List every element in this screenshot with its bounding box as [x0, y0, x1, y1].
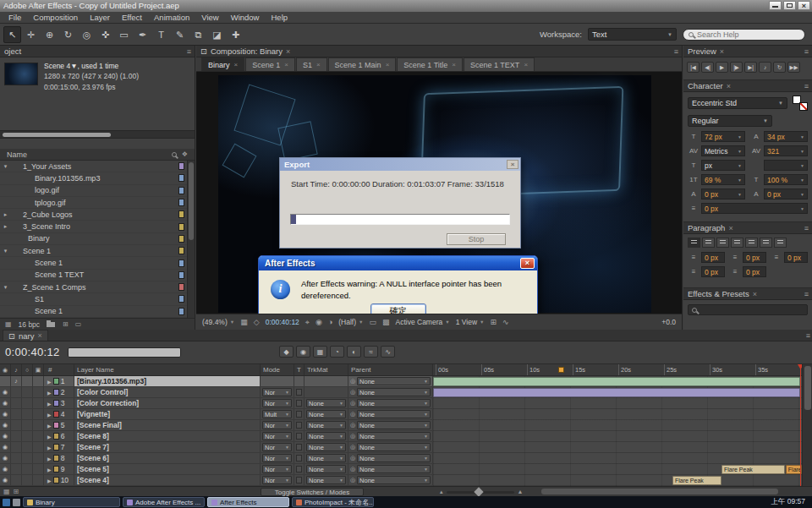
menu-item[interactable]: Help [265, 13, 294, 22]
layer-name[interactable]: [Vignette] [74, 409, 261, 419]
layer-duration-bar[interactable] [433, 388, 800, 397]
project-item-row[interactable]: logo.gif [0, 185, 187, 197]
composition-tab[interactable]: Scene 1 Main × [328, 57, 397, 71]
preview-transport-button[interactable]: ♪ [759, 62, 771, 73]
scrollbar-thumb[interactable] [804, 366, 811, 410]
exposure-value[interactable]: +0.0 [661, 318, 676, 326]
menu-item[interactable]: File [3, 13, 27, 22]
close-icon[interactable]: × [507, 160, 518, 169]
expander-icon[interactable]: ▶ [47, 401, 52, 407]
composition-panel-header[interactable]: ⊡ Composition: Binary × ≡ [196, 46, 682, 57]
field-value[interactable]: px [701, 160, 745, 171]
video-toggle[interactable]: ◉ [0, 420, 11, 430]
character-field[interactable]: T 100 % [750, 174, 808, 185]
timeline-toolbar-icon[interactable]: ▦ [313, 346, 327, 358]
solo-toggle[interactable] [22, 431, 33, 441]
align-left-button[interactable] [688, 238, 700, 248]
field-value[interactable]: 0 px [701, 188, 745, 199]
project-vertical-scrollbar[interactable] [187, 161, 195, 318]
justify-last-right-button[interactable] [760, 238, 772, 248]
field-value[interactable]: 0 px [743, 266, 766, 277]
timeline-ruler[interactable]: 00s05s10s15s20s25s30s35s [433, 364, 802, 376]
lock-toggle[interactable] [33, 398, 44, 408]
tool-button-icon[interactable]: ▭ [115, 26, 133, 43]
menu-item[interactable]: Animation [148, 13, 195, 22]
expander-icon[interactable]: ▶ [47, 423, 52, 429]
zoom-slider[interactable] [447, 491, 514, 494]
timeline-toolbar-icon[interactable]: ◉ [296, 346, 310, 358]
track-matte-dropdown[interactable]: None [306, 399, 346, 407]
parent-dropdown[interactable]: None [357, 465, 431, 473]
layer-name[interactable]: [Scene 6] [74, 453, 261, 463]
timeline-tracks-area[interactable]: Flare PeakFlareFlare Peak [433, 376, 802, 486]
delete-icon[interactable]: ▭ [75, 320, 82, 328]
layer-color-chip[interactable] [53, 378, 59, 385]
parent-dropdown[interactable]: None [357, 388, 431, 396]
pixel-aspect-icon[interactable]: ⊞ [491, 318, 497, 326]
snapshot-icon[interactable]: ⌖ [305, 318, 310, 327]
panel-menu-icon[interactable]: ≡ [806, 331, 809, 340]
expander-icon[interactable]: ▶ [47, 445, 52, 451]
field-value[interactable]: 100 % [764, 174, 808, 185]
quick-launch-icon[interactable] [3, 499, 10, 506]
preview-transport-button[interactable]: ▶| [744, 62, 757, 73]
menu-item[interactable]: Effect [116, 13, 148, 22]
project-bit-depth[interactable]: 16 bpc [19, 320, 41, 329]
twisty-icon[interactable]: ▸ [2, 211, 9, 218]
close-icon[interactable]: × [720, 47, 724, 56]
paragraph-field[interactable]: ≡ 0 px [688, 252, 725, 263]
project-name-column-header[interactable]: Name ❖ [0, 149, 195, 161]
expander-icon[interactable]: ▶ [47, 434, 52, 440]
composition-tab[interactable]: Scene 1 TEXT × [464, 57, 535, 71]
twisty-icon[interactable]: ▾ [2, 248, 9, 254]
character-field[interactable]: T px [688, 160, 745, 171]
lock-icon[interactable]: ▣ [33, 364, 44, 375]
layer-color-chip[interactable] [53, 477, 59, 483]
character-field[interactable] [750, 160, 808, 171]
tool-button-icon[interactable]: ◪ [208, 26, 226, 43]
window-title-bar[interactable]: Adobe After Effects - Copy of Untitled P… [0, 0, 812, 12]
solo-icon[interactable]: ○ [22, 364, 33, 375]
taskbar-clock[interactable]: 上午 09:57 [771, 497, 809, 507]
blend-mode-dropdown[interactable]: Nor [262, 432, 292, 440]
composition-marker[interactable] [558, 367, 564, 373]
taskbar-window-button[interactable]: PhotoImpact - 未命名... [292, 497, 374, 507]
layer-color-chip[interactable] [53, 444, 59, 451]
layer-row[interactable]: ◉ ▶ 5 [Scene Final] Nor [0, 420, 433, 431]
eye-icon[interactable]: ◉ [0, 364, 11, 375]
pickwhip-icon[interactable]: ◎ [350, 455, 355, 462]
field-value[interactable]: 0 px [764, 188, 808, 199]
help-search-input[interactable] [697, 30, 799, 39]
field-value[interactable]: 0 px [701, 203, 808, 214]
video-toggle[interactable]: ◉ [0, 387, 11, 397]
track-matte-dropdown[interactable]: None [306, 410, 346, 418]
effects-search-input[interactable] [700, 306, 804, 314]
label-color-chip[interactable] [178, 247, 184, 254]
project-item-row[interactable]: S1 [0, 293, 187, 305]
project-item-row[interactable]: Scene 1 [0, 306, 187, 318]
new-folder-icon[interactable] [47, 321, 56, 328]
close-icon[interactable]: × [524, 61, 528, 68]
panel-menu-icon[interactable]: ≡ [804, 224, 808, 232]
character-field[interactable]: T 72 px [688, 131, 745, 142]
expander-icon[interactable]: ▶ [47, 379, 52, 385]
paragraph-field[interactable]: ≡ 0 px [771, 252, 808, 263]
pickwhip-icon[interactable]: ◎ [350, 477, 355, 483]
lock-toggle[interactable] [33, 420, 44, 430]
ok-button[interactable]: 確定 [370, 303, 426, 314]
blend-mode-dropdown[interactable]: Nor [262, 388, 292, 396]
help-search-box[interactable] [683, 29, 805, 41]
label-color-chip[interactable] [178, 295, 184, 303]
layer-duration-bar[interactable] [433, 377, 800, 386]
layer-color-chip[interactable] [53, 455, 59, 462]
composition-tab[interactable]: Scene 1 × [245, 57, 295, 71]
layer-color-chip[interactable] [53, 400, 59, 407]
solo-toggle[interactable] [22, 442, 33, 452]
show-snapshot-icon[interactable]: ◉ [315, 318, 322, 326]
audio-toggle[interactable] [11, 387, 22, 397]
layer-name[interactable]: [Color Correction] [74, 398, 261, 408]
layer-row[interactable]: ◉ ▶ 10 [Scene 4] Nor [0, 475, 433, 486]
close-icon[interactable]: × [753, 290, 757, 298]
grid-options-icon[interactable]: ▦ [240, 318, 248, 326]
character-field[interactable]: ≡ 0 px [688, 203, 808, 214]
